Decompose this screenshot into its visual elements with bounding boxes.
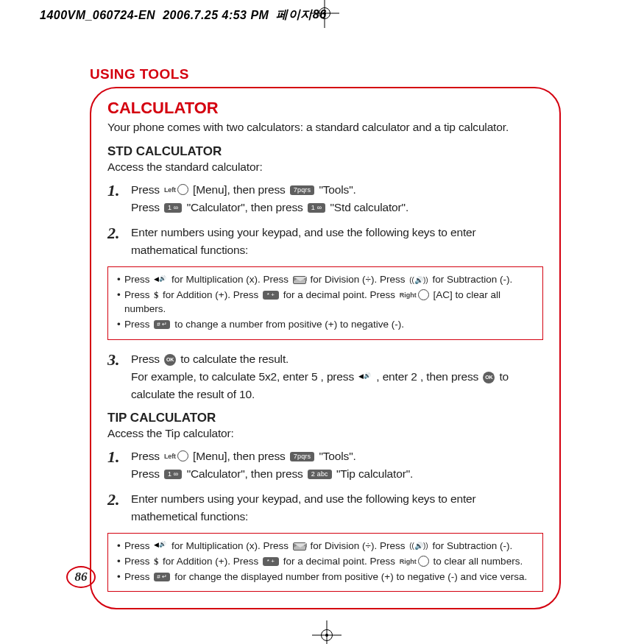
step-number: 3. bbox=[107, 347, 120, 372]
tip-step-2: 2. Enter numbers using your keypad, and … bbox=[131, 490, 543, 526]
doc-id: 1400VM_060724-EN bbox=[40, 9, 155, 22]
std-heading: STD CALCULATOR bbox=[107, 144, 543, 159]
note-row: Press $ for Addition (+). Press * + for … bbox=[117, 289, 534, 316]
page-content: USING TOOLS CALCULATOR Your phone comes … bbox=[90, 66, 561, 609]
intro-text: Your phone comes with two calculators: a… bbox=[107, 121, 543, 134]
ok-button-icon: OK bbox=[164, 354, 176, 366]
speaker-left-icon: 🔊 bbox=[154, 277, 167, 284]
note-row: Press # ↵ to change a number from positi… bbox=[117, 318, 534, 332]
key-2-icon: 2 abc bbox=[308, 470, 332, 479]
ok-button-icon: OK bbox=[483, 372, 495, 383]
tip-heading: TIP CALCULATOR bbox=[107, 411, 543, 425]
tip-note-box: Press 🔊 for Multiplication (x). Press fo… bbox=[107, 533, 543, 592]
dollar-icon: $ bbox=[154, 289, 158, 302]
step-number: 1. bbox=[107, 178, 120, 203]
left-softkey-icon: Left bbox=[164, 185, 188, 196]
speaker-left-icon: 🔊 bbox=[154, 542, 167, 550]
key-7-icon: 7pqrs bbox=[290, 452, 314, 461]
registration-mark-icon bbox=[312, 620, 342, 644]
document-meta-bar: 1400VM_060724-EN 2006.7.25 4:53 PM 페이지86 bbox=[40, 7, 327, 23]
key-1-icon: 1 ∞ bbox=[164, 470, 182, 479]
key-1-icon: 1 ∞ bbox=[308, 203, 325, 213]
right-softkey-icon: Right bbox=[400, 556, 429, 567]
crop-page-label: 페이지86 bbox=[276, 7, 326, 23]
note-row: Press 🔊 for Multiplication (x). Press fo… bbox=[117, 539, 534, 553]
key-hash-icon: # ↵ bbox=[154, 573, 170, 581]
std-note-box: Press 🔊 for Multiplication (x). Press fo… bbox=[107, 266, 543, 340]
step-number: 2. bbox=[107, 221, 120, 246]
speaker-left-icon: 🔊 bbox=[358, 374, 372, 381]
std-steps-cont: 3. Press OK to calculate the result. For… bbox=[107, 350, 543, 403]
key-star-icon: * + bbox=[263, 557, 279, 566]
chapter-title: USING TOOLS bbox=[90, 66, 561, 82]
std-step-2: 2. Enter numbers using your keypad, and … bbox=[131, 224, 543, 259]
note-row: Press 🔊 for Multiplication (x). Press fo… bbox=[117, 273, 534, 287]
envelope-icon bbox=[293, 276, 306, 284]
tip-lead: Access the Tip calculator: bbox=[107, 427, 543, 440]
section-title: CALCULATOR bbox=[107, 99, 543, 118]
key-1-icon: 1 ∞ bbox=[164, 203, 182, 213]
std-step-3: 3. Press OK to calculate the result. For… bbox=[131, 350, 543, 403]
key-7-icon: 7pqrs bbox=[290, 185, 314, 195]
note-row: Press $ for Addition (+). Press * + for … bbox=[117, 555, 534, 569]
dollar-icon: $ bbox=[154, 556, 158, 568]
key-hash-icon: # ↵ bbox=[154, 320, 170, 329]
doc-timestamp: 2006.7.25 4:53 PM bbox=[163, 9, 269, 22]
speaker-right-icon: ((🔊)) bbox=[409, 541, 428, 551]
std-lead: Access the standard calculator: bbox=[107, 160, 543, 174]
tip-steps: 1. Press Left [Menu], then press 7pqrs "… bbox=[107, 447, 543, 526]
std-steps: 1. Press Left [Menu], then press 7pqrs "… bbox=[107, 181, 543, 259]
step-number: 1. bbox=[107, 445, 120, 470]
left-softkey-icon: Left bbox=[164, 451, 188, 462]
page-number-wrap: 86 bbox=[66, 566, 96, 588]
step-number: 2. bbox=[107, 487, 120, 512]
note-row: Press # ↵ for change the displayed numbe… bbox=[117, 570, 534, 584]
page-number: 86 bbox=[66, 566, 96, 588]
tip-step-1: 1. Press Left [Menu], then press 7pqrs "… bbox=[131, 447, 543, 483]
right-softkey-icon: Right bbox=[400, 290, 429, 301]
std-step-1: 1. Press Left [Menu], then press 7pqrs "… bbox=[131, 181, 543, 216]
key-star-icon: * + bbox=[263, 291, 279, 300]
content-panel: CALCULATOR Your phone comes with two cal… bbox=[90, 87, 561, 609]
envelope-icon bbox=[293, 542, 306, 551]
speaker-right-icon: ((🔊)) bbox=[409, 275, 428, 286]
